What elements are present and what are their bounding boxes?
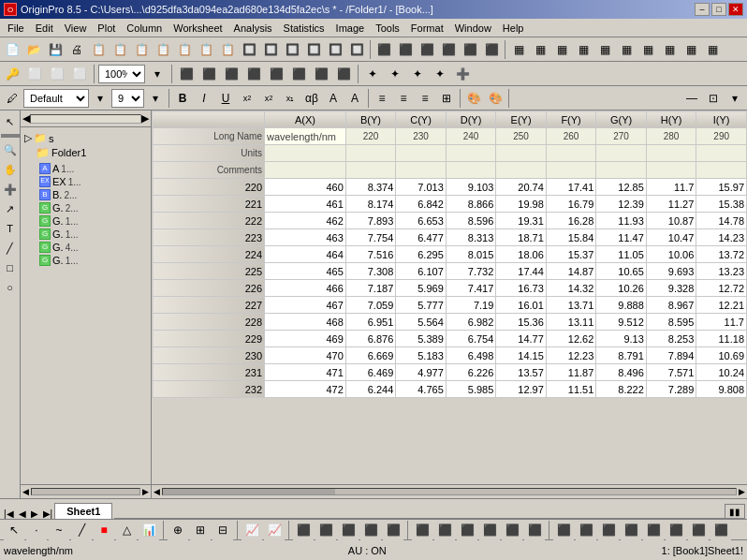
tb2-5[interactable]: ⬛ [176,64,197,84]
cell-11-F[interactable]: 11.87 [546,364,596,381]
scroll-indicator[interactable]: ▮▮ [725,504,745,519]
col-header-C[interactable]: C(Y) [396,111,447,128]
menu-worksheet[interactable]: Worksheet [168,21,227,36]
bt27[interactable]: ⬛ [621,520,641,540]
tb26[interactable]: ▦ [573,39,593,60]
bt10[interactable]: ⊟ [212,520,233,540]
cell-12-E[interactable]: 12.97 [496,381,547,398]
bt19[interactable]: ⬛ [434,520,455,540]
tb31[interactable]: ▦ [681,39,701,60]
cell-7-B[interactable]: 7.059 [345,297,396,314]
sidebar-scroll-down[interactable]: ▶ [142,487,149,496]
cell-3-G[interactable]: 11.47 [596,229,647,246]
tool-text[interactable]: T [1,219,20,238]
cell-10-E[interactable]: 14.15 [496,347,547,364]
fmt-icon[interactable]: 🖊 [2,88,22,109]
tab-prev-btn[interactable]: ◀ [17,508,28,519]
tool-arrow[interactable]: ↖ [1,112,20,131]
cell-9-A[interactable]: 469 [265,331,346,347]
save-button[interactable]: 💾 [45,39,66,60]
col-header-H[interactable]: H(Y) [646,111,696,128]
tb2-16[interactable]: ✦ [430,64,450,84]
tb2-11[interactable]: ⬛ [311,64,331,84]
bt7[interactable]: 📊 [139,520,159,540]
new-file-button[interactable]: 📄 [2,39,22,60]
bt30[interactable]: ⬛ [688,520,709,540]
bt21[interactable]: ⬛ [479,520,500,540]
col-header-I[interactable]: I(Y) [696,111,747,128]
cell-10-H[interactable]: 7.894 [646,347,696,364]
font-name-select[interactable]: Default [23,89,89,108]
cell-12-C[interactable]: 4.765 [396,381,447,398]
font-size-dropdown[interactable]: ▾ [145,88,166,109]
tool-pan[interactable]: ✋ [1,160,20,179]
cell-12-G[interactable]: 8.222 [596,381,647,398]
fmt-btn3[interactable]: A [323,88,344,109]
tb15[interactable]: 🔲 [325,39,345,60]
sidebar-scroll-left[interactable]: ◀ [22,112,30,125]
tb6[interactable]: 📋 [131,39,152,60]
cell-8-E[interactable]: 15.36 [496,314,547,331]
tb7[interactable]: 📋 [153,39,173,60]
col-header-A[interactable]: A(X) [265,111,346,128]
bt13[interactable]: ⬛ [293,520,314,540]
tool-line[interactable]: ╱ [1,239,20,258]
menu-column[interactable]: Column [121,21,168,36]
bt8[interactable]: ⊕ [168,520,188,540]
cell-10-A[interactable]: 470 [265,347,346,364]
cell-6-H[interactable]: 9.328 [646,280,696,297]
menu-window[interactable]: Window [449,21,497,36]
cell-1-I[interactable]: 15.38 [696,196,747,213]
fmt-color2[interactable]: 🎨 [485,88,505,109]
cell-3-E[interactable]: 18.71 [496,229,547,246]
col-header-G[interactable]: G(Y) [596,111,647,128]
menu-file[interactable]: File [2,21,30,36]
cell-7-G[interactable]: 9.888 [596,297,647,314]
fmt-extra2[interactable]: ⊡ [703,88,724,109]
tab-next-btn[interactable]: ▶ [29,508,40,519]
scroll-right-btn[interactable]: ▶ [739,487,745,496]
fmt-btn2[interactable]: αβ [301,88,322,109]
cell-12-B[interactable]: 6.244 [345,381,396,398]
menu-analysis[interactable]: Analysis [228,21,278,36]
bt24[interactable]: ⬛ [553,520,574,540]
cell-8-I[interactable]: 11.7 [696,314,747,331]
cell-9-F[interactable]: 12.62 [546,331,596,347]
cell-5-B[interactable]: 7.308 [345,263,396,280]
cell-8-F[interactable]: 13.11 [546,314,596,331]
tb30[interactable]: ▦ [659,39,680,60]
sidebar-scroll-right[interactable]: ▶ [141,112,149,125]
cell-1-F[interactable]: 16.79 [546,196,596,213]
tb2-4[interactable]: ⬜ [69,64,90,84]
cell-1-D[interactable]: 8.866 [446,196,496,213]
fmt-extra1[interactable]: — [681,88,702,109]
cell-6-I[interactable]: 12.72 [696,280,747,297]
zoom-dropdown[interactable]: ▾ [147,64,168,84]
tool-zoom[interactable]: 🔍 [1,140,20,159]
bt16[interactable]: ⬛ [360,520,381,540]
cell-4-D[interactable]: 8.015 [446,246,496,263]
fmt-color1[interactable]: 🎨 [463,88,484,109]
superscript-button[interactable]: x2 [237,88,257,109]
cell-0-I[interactable]: 15.97 [696,179,747,196]
maximize-button[interactable]: □ [711,3,726,16]
tb2-6[interactable]: ⬛ [198,64,219,84]
tb14[interactable]: 🔲 [303,39,324,60]
bold-button[interactable]: B [172,88,193,109]
sidebar-item-folder1[interactable]: 📁 Folder1 [36,145,147,160]
cell-1-A[interactable]: 461 [265,196,346,213]
fmt-btn1[interactable]: x₁ [280,88,300,109]
cell-12-A[interactable]: 472 [265,381,346,398]
menu-image[interactable]: Image [330,21,371,36]
cell-4-I[interactable]: 13.72 [696,246,747,263]
print-button[interactable]: 🖨 [66,39,87,60]
tool-add[interactable]: ➕ [1,180,20,199]
fmt-more[interactable]: ⊞ [436,88,457,109]
cell-9-E[interactable]: 14.77 [496,331,547,347]
tb21[interactable]: ⬛ [460,39,480,60]
cell-6-G[interactable]: 10.26 [596,280,647,297]
bt5[interactable]: ■ [94,520,114,540]
cell-10-G[interactable]: 8.791 [596,347,647,364]
tb27[interactable]: ▦ [594,39,615,60]
menu-tools[interactable]: Tools [370,21,405,36]
